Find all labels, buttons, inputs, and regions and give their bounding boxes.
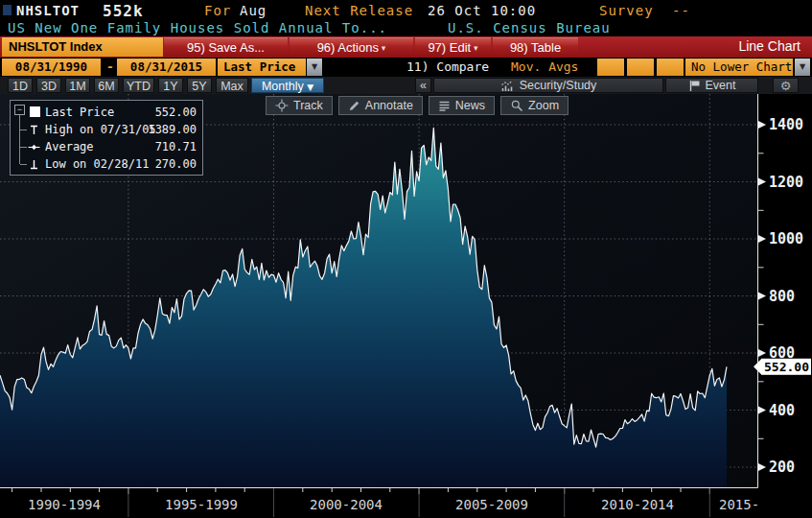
moving-averages-link[interactable]: Mov. Avgs [511,59,578,74]
next-release-value: 26 Oct 10:00 [428,3,536,18]
average-marker [28,141,40,153]
y-axis-ticks: 200400600800100012001400 [758,116,803,476]
lower-chart-dropdown-arrow[interactable]: ▼ [795,59,810,76]
legend-value: 710.71 [155,140,197,153]
compare-slot-2[interactable] [627,59,654,76]
news-label: News [455,99,485,112]
x-axis-ticks: 1990-19941995-19992000-20042005-20092010… [12,488,760,517]
legend-row: High on 07/31/051389.00 [11,121,202,138]
bloomberg-terminal-panel: NHSLTOT 552k For Aug Next Release 26 Oct… [0,0,812,518]
end-date-input[interactable]: 08/31/2015 [117,59,216,76]
legend-label: Average [45,140,94,153]
tab-5y[interactable]: 5Y [187,78,212,93]
svg-text:1995-1999: 1995-1999 [165,497,238,512]
price-field-select[interactable]: Last Price [218,59,306,76]
compare-slot-1[interactable] [597,59,624,76]
tab-6m[interactable]: 6M [94,78,119,93]
last-price-badge: 552.00 [754,359,811,375]
compare-slot-3[interactable] [657,59,684,76]
menu-button--table[interactable]: 98) Table [493,37,578,57]
svg-text:1990-1994: 1990-1994 [28,497,101,512]
low-marker [28,158,40,171]
tab-1m[interactable]: 1M [65,78,90,93]
tab-1y[interactable]: 1Y [158,78,183,93]
annotate-icon [348,100,360,112]
legend-label: High on 07/31/05 [45,123,156,136]
menu-button--edit[interactable]: 97) Edit ▾ [415,37,491,57]
legend-row: Average710.71 [11,138,202,155]
security-study-label: Security/Study [520,79,597,93]
legend-value: 552.00 [155,106,197,119]
data-source: U.S. Census Bureau [448,20,611,35]
price-field-dropdown-arrow[interactable]: ▼ [307,59,322,76]
menu-buttons: 95) Save As...96) Actions ▾97) Edit ▾98)… [164,37,578,57]
svg-text:200: 200 [769,459,795,476]
zoom-icon [510,99,523,112]
compare-button[interactable]: 11) Compare [406,59,489,74]
track-button[interactable]: Track [266,96,333,115]
menu-button--actions[interactable]: 96) Actions ▾ [290,37,413,57]
tab-max[interactable]: Max [216,78,248,93]
legend-value: 270.00 [155,157,197,171]
tab-3d[interactable]: 3D [36,78,61,93]
svg-text:800: 800 [769,288,795,305]
legend-value: 1389.00 [148,123,197,136]
security-description: US New One Family Houses Sold Annual To.… [8,20,387,35]
ticker-value: 552k [103,2,144,20]
svg-text:2010-2014: 2010-2014 [601,497,674,512]
tab-ytd[interactable]: YTD [123,78,154,93]
svg-text:552.00: 552.00 [764,360,809,374]
survey-value: -- [672,3,690,18]
panel-icon[interactable] [3,5,12,15]
high-marker [28,124,40,136]
chevron-down-icon: ▾ [471,43,477,53]
event-button[interactable]: Event [665,78,758,93]
security-input[interactable]: NHSLTOT Index [2,37,163,57]
svg-text:1400: 1400 [769,116,803,133]
track-icon [275,99,289,112]
frequency-select[interactable]: Monthly ▼ [251,78,324,93]
settings-gear-button[interactable]: ⚙ [773,78,799,93]
date-separator: - [106,59,114,76]
frequency-label: Monthly [262,80,304,93]
svg-text:400: 400 [769,402,795,419]
legend-label: Last Price [45,106,114,119]
chart-legend[interactable]: −Last Price552.00High on 07/31/051389.00… [10,100,203,176]
svg-text:2000-2004: 2000-2004 [310,497,383,512]
zoom-label: Zoom [528,99,559,112]
flag-icon [688,80,701,92]
chevron-down-icon: ▼ [307,82,313,92]
svg-text:1200: 1200 [769,174,803,191]
study-chart-icon [500,80,515,92]
menu-button--save-as-[interactable]: 95) Save As... [164,37,288,57]
news-button[interactable]: News [429,96,495,115]
annotate-label: Annotate [365,99,413,112]
svg-text:2005-2009: 2005-2009 [455,497,528,512]
collapse-button[interactable]: « [415,78,431,93]
start-date-input[interactable]: 08/31/1990 [2,59,101,76]
annotate-button[interactable]: Annotate [338,96,423,115]
for-label: For [204,3,231,18]
tab-1d[interactable]: 1D [8,78,33,93]
lower-chart-select[interactable]: No Lower Chart [685,59,793,76]
svg-text:2015-: 2015- [719,497,759,512]
chart-type-label: Line Chart [738,38,800,54]
legend-row: Low on 02/28/11270.00 [11,155,202,173]
zoom-button[interactable]: Zoom [500,96,568,115]
next-release-label: Next Release [305,3,413,18]
for-value: Aug [240,3,267,18]
security-study-button[interactable]: Security/Study [433,78,663,93]
legend-label: Low on 02/28/11 [45,157,149,171]
ticker-symbol: NHSLTOT [16,3,80,18]
last-price-swatch [30,106,40,117]
chart-toolbar: TrackAnnotateNewsZoom [266,96,568,115]
track-label: Track [293,99,323,112]
chevron-down-icon: ▾ [379,43,385,53]
event-label: Event [706,79,736,93]
news-icon [438,100,451,112]
period-tabs: 1D3D1M6MYTD1Y5YMax [8,78,248,93]
svg-text:1000: 1000 [769,230,803,247]
legend-row: Last Price552.00 [11,104,202,121]
survey-label: Survey [599,3,654,18]
